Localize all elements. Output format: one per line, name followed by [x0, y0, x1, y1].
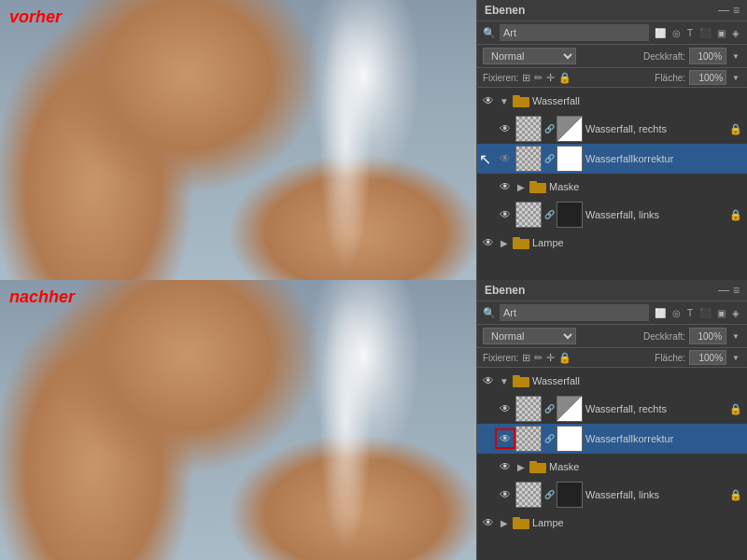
bottom-fx-icon[interactable]: ◎	[670, 307, 683, 319]
fix-lock-icon[interactable]: 🔒	[558, 72, 571, 84]
top-flaeche-label: Fläche:	[655, 73, 685, 83]
svg-rect-1	[513, 95, 520, 98]
top-search-input[interactable]	[500, 24, 649, 41]
top-wasserfall-rechts-row[interactable]: 👁 🔗 Wasserfall, rechts 🔒	[477, 114, 747, 144]
top-rechts-name: Wasserfall, rechts	[585, 123, 726, 134]
panel-menu-icon[interactable]: ≡	[733, 4, 740, 17]
shape-icon[interactable]: ⬛	[698, 27, 712, 39]
top-wasserfall-eye[interactable]: 👁	[481, 93, 496, 108]
photo-nachher: nachher	[0, 280, 476, 560]
bottom-panel-dash-icon[interactable]: —	[718, 284, 729, 297]
bottom-links-eye[interactable]: 👁	[498, 487, 513, 502]
bottom-layers-list: 👁 ▼ Wasserfall 👁 🔗	[477, 368, 747, 560]
top-fix-icons: ⊞ ✏ ✛ 🔒	[522, 72, 571, 84]
bottom-wasserfallkorrektur-row[interactable]: 👁 🔗 Wasserfallkorrektur	[477, 424, 747, 454]
top-mode-select[interactable]: Normal	[483, 48, 576, 64]
adj-icon[interactable]: ▣	[715, 27, 727, 39]
bottom-maske-eye[interactable]: 👁	[498, 459, 513, 474]
fix-move-icon[interactable]: ✛	[546, 72, 555, 84]
fix-pos-icon[interactable]: ⊞	[522, 72, 530, 84]
bottom-fix-pos-icon[interactable]: ⊞	[522, 352, 530, 364]
bottom-flaeche-label: Fläche:	[655, 353, 685, 363]
bottom-wasserfall-links-row[interactable]: 👁 🔗 Wasserfall, links 🔒	[477, 480, 747, 510]
top-wasserfall-arrow[interactable]: ▼	[499, 93, 510, 108]
top-flaeche-input[interactable]	[689, 70, 726, 85]
create-layer-icon[interactable]: ⬜	[653, 27, 668, 39]
bottom-opacity-input[interactable]	[689, 328, 726, 344]
top-korrektur-name: Wasserfallkorrektur	[585, 153, 743, 164]
top-fix-label: Fixieren:	[483, 73, 518, 83]
bottom-smart-icon[interactable]: ◈	[730, 307, 741, 319]
bottom-fix-brush-icon[interactable]: ✏	[534, 352, 543, 364]
bottom-maske-group-row[interactable]: 👁 ▶ Maske	[477, 454, 747, 480]
bottom-lampe-arrow[interactable]: ▶	[499, 515, 510, 530]
text-icon[interactable]: T	[685, 27, 695, 39]
bottom-mode-select[interactable]: Normal	[483, 328, 576, 344]
top-opacity-arrow[interactable]: ▼	[730, 51, 741, 62]
bottom-text-icon[interactable]: T	[685, 307, 695, 319]
bottom-opacity-arrow[interactable]: ▼	[730, 331, 741, 342]
bottom-panel-menu-icon[interactable]: ≡	[733, 284, 740, 297]
top-flaeche-arrow[interactable]: ▼	[730, 73, 741, 83]
fix-brush-icon[interactable]: ✏	[534, 72, 543, 84]
top-half: vorher Ebenen — ≡ 🔍 ⬜ ◎ T ⬛	[0, 0, 747, 280]
top-icon-group: ⬜ ◎ T ⬛ ▣ ◈	[653, 27, 741, 39]
bottom-opacity-label: Deckkraft:	[643, 331, 685, 342]
bottom-maske-group-name: Maske	[549, 461, 743, 472]
top-links-thumb2	[557, 202, 583, 228]
top-opacity-input[interactable]	[689, 48, 726, 64]
bottom-flaeche-input[interactable]	[689, 350, 726, 365]
bottom-lampe-eye[interactable]: 👁	[481, 515, 496, 530]
bottom-search-row: 🔍 ⬜ ◎ T ⬛ ▣ ◈	[477, 301, 747, 325]
bottom-adj-icon[interactable]: ▣	[715, 307, 727, 319]
bottom-fix-icons: ⊞ ✏ ✛ 🔒	[522, 352, 571, 364]
bottom-rechts-eye[interactable]: 👁	[498, 401, 513, 416]
bottom-links-thumb1	[515, 482, 542, 508]
svg-rect-0	[513, 97, 529, 107]
bottom-rechts-chain: 🔗	[544, 399, 554, 418]
bottom-fix-label: Fixieren:	[483, 353, 518, 363]
top-rechts-eye[interactable]: 👁	[498, 121, 513, 136]
bottom-korrektur-chain: 🔗	[544, 429, 554, 448]
top-wasserfall-links-row[interactable]: 👁 🔗 Wasserfall, links 🔒	[477, 200, 747, 230]
bottom-fix-lock-icon[interactable]: 🔒	[558, 352, 571, 364]
bottom-links-thumb2	[557, 482, 583, 508]
bottom-shape-icon[interactable]: ⬛	[698, 307, 712, 319]
top-wasserfall-group-row[interactable]: 👁 ▼ Wasserfall	[477, 88, 747, 114]
top-lampe-arrow[interactable]: ▶	[499, 235, 510, 250]
top-panels-area: Ebenen — ≡ 🔍 ⬜ ◎ T ⬛ ▣ ◈	[476, 0, 747, 280]
top-lampe-eye[interactable]: 👁	[481, 235, 496, 250]
bottom-fix-move-icon[interactable]: ✛	[546, 352, 555, 364]
bottom-korrektur-eye[interactable]: 👁	[498, 431, 513, 446]
top-links-eye[interactable]: 👁	[498, 207, 513, 222]
smart-icon[interactable]: ◈	[730, 27, 741, 39]
bottom-wasserfall-rechts-row[interactable]: 👁 🔗 Wasserfall, rechts 🔒	[477, 394, 747, 424]
top-wasserfallkorrektur-row[interactable]: 👁 🔗 Wasserfallkorrektur ↖	[477, 144, 747, 174]
bottom-lampe-group-row[interactable]: 👁 ▶ Lampe	[477, 510, 747, 536]
bottom-korrektur-name: Wasserfallkorrektur	[585, 433, 743, 444]
panel-dash-icon[interactable]: —	[718, 4, 729, 17]
bottom-rechts-thumb2	[557, 396, 583, 422]
bottom-fix-row: Fixieren: ⊞ ✏ ✛ 🔒 Fläche: ▼	[477, 348, 747, 368]
top-maske-group-row[interactable]: 👁 ▶ Maske	[477, 174, 747, 200]
fx-icon[interactable]: ◎	[670, 27, 683, 39]
bottom-wasserfall-arrow[interactable]: ▼	[499, 373, 510, 388]
top-links-chain: 🔗	[544, 205, 554, 224]
bottom-wasserfall-eye[interactable]: 👁	[481, 373, 496, 388]
top-maske-eye[interactable]: 👁	[498, 179, 513, 194]
top-opacity-label: Deckkraft:	[643, 51, 685, 62]
bottom-search-input[interactable]	[500, 304, 649, 321]
bottom-rechts-extra: 🔒	[728, 401, 743, 416]
top-korrektur-chain: 🔗	[544, 149, 554, 168]
top-korrektur-eye[interactable]: 👁	[498, 151, 513, 166]
top-links-thumb1	[515, 202, 542, 228]
bottom-maske-arrow[interactable]: ▶	[515, 459, 527, 474]
top-maske-arrow[interactable]: ▶	[515, 179, 527, 194]
svg-rect-2	[529, 183, 546, 193]
bottom-wasserfall-group-row[interactable]: 👁 ▼ Wasserfall	[477, 368, 747, 394]
bottom-panel-header: Ebenen — ≡	[477, 280, 747, 301]
bottom-flaeche-arrow[interactable]: ▼	[730, 353, 741, 363]
bottom-create-layer-icon[interactable]: ⬜	[653, 307, 668, 319]
bottom-links-extra: 🔒	[728, 487, 743, 502]
top-lampe-group-row[interactable]: 👁 ▶ Lampe	[477, 230, 747, 256]
